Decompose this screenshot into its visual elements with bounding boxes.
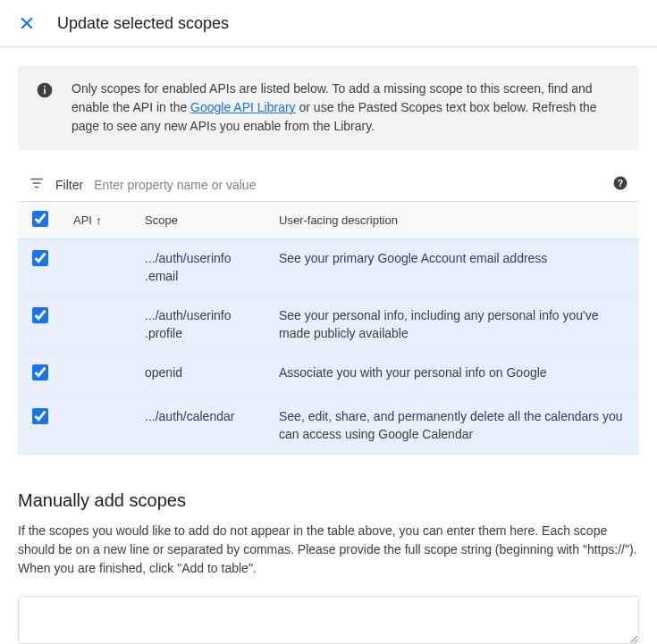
header-scope[interactable]: Scope [134, 202, 268, 239]
filter-label: Filter [55, 178, 83, 192]
header-checkbox-col [18, 202, 63, 239]
row-description: See, edit, share, and permanently delete… [268, 397, 639, 454]
manual-section: Manually add scopes If the scopes you wo… [18, 490, 639, 644]
dialog-title: Update selected scopes [57, 14, 229, 33]
row-api [63, 297, 134, 354]
sort-ascending-icon: ↑ [96, 213, 102, 228]
info-text: Only scopes for enabled APIs are listed … [72, 79, 621, 136]
row-api [63, 397, 134, 454]
filter-icon [29, 175, 45, 194]
svg-rect-5 [30, 179, 43, 180]
row-scope: .../auth/userinfo.profile [134, 297, 268, 354]
row-scope: .../auth/userinfo.email [134, 239, 268, 297]
filter-row: Filter ? [18, 168, 639, 201]
manual-scopes-textarea[interactable] [18, 596, 639, 644]
filter-input[interactable] [94, 178, 602, 192]
svg-text:?: ? [618, 178, 623, 188]
row-api [63, 239, 134, 297]
table-row: openid Associate you with your personal … [18, 354, 639, 397]
row-description: Associate you with your personal info on… [268, 354, 639, 397]
manual-description: If the scopes you would like to add do n… [18, 522, 639, 578]
svg-rect-4 [44, 86, 46, 88]
close-icon [18, 14, 36, 32]
select-all-checkbox[interactable] [32, 211, 48, 227]
row-description: See your personal info, including any pe… [268, 297, 639, 354]
info-banner: Only scopes for enabled APIs are listed … [18, 65, 639, 150]
svg-rect-6 [33, 182, 41, 184]
table-row: .../auth/calendar See, edit, share, and … [18, 397, 639, 454]
row-description: See your primary Google Account email ad… [268, 239, 639, 297]
svg-rect-7 [35, 187, 39, 188]
close-button[interactable] [14, 11, 39, 36]
row-checkbox[interactable] [32, 364, 48, 381]
table-row: .../auth/userinfo.email See your primary… [18, 239, 639, 297]
row-scope: .../auth/calendar [134, 397, 268, 454]
help-icon[interactable]: ? [612, 175, 628, 194]
row-checkbox[interactable] [32, 408, 48, 424]
row-api [63, 354, 134, 397]
scopes-table: API ↑ Scope User-facing description .../… [18, 201, 639, 455]
header-api[interactable]: API ↑ [63, 202, 134, 239]
row-checkbox[interactable] [32, 250, 48, 266]
svg-rect-3 [44, 88, 46, 94]
header-description[interactable]: User-facing description [268, 202, 639, 239]
row-checkbox[interactable] [32, 307, 48, 323]
manual-title: Manually add scopes [18, 490, 639, 511]
row-scope: openid [134, 354, 268, 397]
info-icon [36, 81, 54, 102]
api-library-link[interactable]: Google API Library [190, 100, 296, 114]
table-row: .../auth/userinfo.profile See your perso… [18, 297, 639, 354]
dialog-header: Update selected scopes [0, 0, 657, 47]
